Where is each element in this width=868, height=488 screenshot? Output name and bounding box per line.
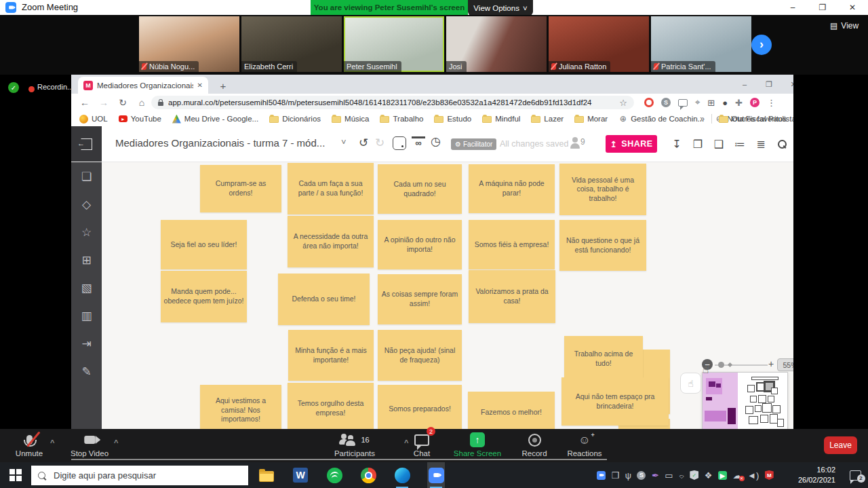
participant-video[interactable]: Elizabeth Cerri [241,16,342,72]
sticky-note[interactable]: Valorizamos a prata da casa! [469,270,555,323]
dropbox-icon[interactable]: ❖ [705,471,713,480]
bookmark-item[interactable]: UOL [79,115,108,124]
participant-video[interactable]: Núbia Nogu... [139,16,239,72]
address-bar[interactable]: app.mural.co/t/petersusemihl5048/m/peter… [151,96,634,109]
participant-video[interactable]: Josi [446,16,547,72]
image-icon[interactable]: ▧ [81,282,92,294]
participants-button[interactable]: 16 Participants [326,432,384,457]
reload-button[interactable]: ↻ [116,96,130,109]
sticky-note[interactable]: Somos preparados! [378,385,462,429]
explorer-icon-slot[interactable] [258,462,275,488]
view-layout-button[interactable]: ▤ View [830,21,859,31]
defender-shield-icon[interactable]: ✓ [690,470,698,480]
activity-icon[interactable]: ≔ [734,138,746,150]
minimize-button[interactable]: – [781,0,804,15]
other-favorites[interactable]: Outros favoritos [719,115,787,123]
redo-button[interactable]: ↻ [375,136,384,150]
taskbar-clock[interactable]: 16:02 26/02/2021 [792,462,837,488]
sticky-note[interactable]: Trabalho acima de tudo! [564,336,643,381]
duplicate-icon[interactable]: ❐ [692,138,704,150]
frameworks-grid-icon[interactable]: ⊞ [81,255,91,266]
online-members[interactable]: 9 [572,137,585,149]
sticky-note[interactable]: Manda quem pode... obedece quem tem juíz… [161,271,247,322]
edge-icon-slot[interactable] [393,462,411,488]
zoom-slider-knob[interactable] [718,362,724,368]
overflow-chevron[interactable]: » [700,114,705,124]
board-title-chevron-icon[interactable]: ˅ [341,137,347,147]
star-icon[interactable]: ☆ [81,227,92,238]
sticky-note[interactable]: Cada um faça a sua parte / a sua função! [288,163,374,214]
browser-restore-button[interactable]: ❐ [757,75,781,94]
shapes-connector-icon[interactable]: ◇ [82,199,91,210]
maximize-button[interactable]: ❐ [811,0,834,15]
find-icon[interactable] [776,138,788,150]
sticky-note[interactable]: Aqui vestimos a camisa! Nos importamos! [200,385,281,429]
sticky-note[interactable]: Cumpram-se as ordens! [200,165,281,212]
wifi-icon[interactable]: ⌔ [679,471,684,480]
battery-icon[interactable]: ▭ [665,471,673,480]
bookmark-item[interactable]: Estudo [434,115,471,123]
bookmark-item[interactable]: Lazer [531,115,564,123]
zoom-tray-icon[interactable] [597,471,606,480]
account-avatar[interactable]: P [750,98,760,107]
participant-video[interactable]: Patricia Sant'... [651,16,751,72]
comment-icon[interactable]: ❑ [713,138,725,150]
menu-dots-icon[interactable]: ⋮ [767,98,776,108]
library-icon[interactable]: ▥ [81,310,92,322]
minimap[interactable] [702,372,788,429]
reactions-button[interactable]: ☺+ Reactions [561,432,608,457]
stop-video-button[interactable]: Stop Video [64,432,115,457]
sticky-note[interactable]: Fazemos o melhor! [468,392,555,429]
leave-button[interactable]: Leave [824,436,857,454]
apps-grid-extension-icon[interactable]: ⊞ [707,98,715,108]
sticky-note[interactable]: A máquina não pode parar! [469,164,555,213]
timer-button[interactable]: ◷ [431,134,441,149]
puzzle-extensions-icon[interactable]: ✚ [735,98,743,108]
tab-close-icon[interactable]: ✕ [197,81,203,89]
browser-close-button[interactable]: ✕ [781,75,793,94]
bookmark-item[interactable]: ⊕Gestão de Coachin... [618,115,704,124]
taskbar-search[interactable] [31,466,248,485]
sticky-note[interactable]: A opinião do outro não importa! [378,220,462,269]
bookmark-item[interactable]: Meu Drive - Google... [172,115,258,124]
browser-tab[interactable]: M Mediadores Organizacionais - tu ✕ [78,77,208,94]
bookmark-item[interactable]: Música [332,115,369,123]
sticky-note[interactable]: Minha função é a mais importante! [288,330,374,381]
sticky-note[interactable]: Defenda o seu time! [278,274,370,325]
chrome-icon-slot[interactable] [359,462,377,488]
sticky-note[interactable]: Vida pessoal é uma coisa, trabalho é tra… [559,164,646,215]
bookmark-item[interactable]: YouTube [119,115,161,123]
bookmark-item[interactable]: Morar [574,115,608,123]
pin-extension-icon[interactable]: ⌖ [695,97,700,108]
board-title[interactable]: Mediadores Organizacionais - turma 7 - m… [115,137,325,149]
outline-icon[interactable]: ≣ [755,138,767,150]
spotify-icon-slot[interactable] [326,462,343,488]
cloud-offline-icon[interactable]: ☁✕ [733,471,742,480]
hand-tool-button[interactable]: ☝ [680,373,701,394]
skype-extension-icon[interactable]: S [661,98,671,107]
zoom-taskbar-icon-slot[interactable] [427,462,445,488]
draw-icon[interactable]: ✎ [81,366,91,377]
import-icon[interactable]: ⇥ [81,338,91,350]
back-button[interactable]: ← [78,96,92,109]
sticky-note[interactable]: Cada um no seu quadrado! [378,164,462,214]
sticky-note[interactable]: Somos fiéis à empresa! [469,220,555,269]
start-button[interactable] [0,462,31,488]
sticky-note[interactable]: As coisas sempre foram assim! [378,274,462,324]
cast-icon[interactable]: ▸ [718,471,727,480]
volume-icon[interactable]: ◄) [747,471,759,480]
undo-button[interactable]: ↺ [359,136,368,150]
skype-tray-icon[interactable]: S [637,471,646,480]
bookmark-item[interactable]: Trabalho [380,115,423,123]
zoom-in-button[interactable]: + [768,358,774,369]
pen-tray-icon[interactable]: ✒ [652,471,659,480]
teams-tray-icon[interactable]: ❒ [612,471,620,480]
share-screen-button[interactable]: ↑ Share Screen [450,432,505,457]
zoom-percentage[interactable]: 55% [777,358,793,371]
mic-tray-icon[interactable]: ψ [625,471,631,480]
view-options-button[interactable]: View Options ˅ [468,0,533,16]
forward-button[interactable]: → [97,96,111,109]
bookmark-item[interactable]: Mindful [482,115,520,123]
mcafee-shield-icon[interactable]: M [765,470,774,480]
opera-extension-icon[interactable] [644,98,654,107]
